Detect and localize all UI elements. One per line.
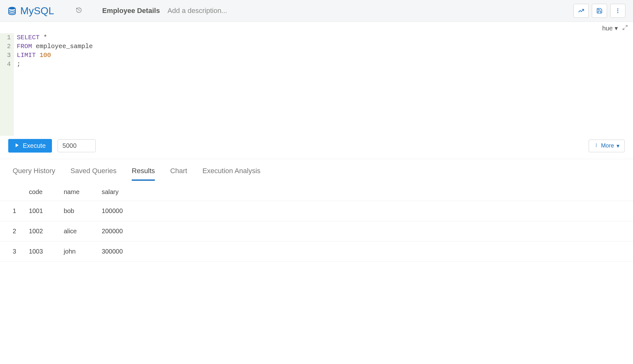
play-icon [15,142,20,149]
table-cell: 1001 [22,201,57,221]
table-cell: john [57,242,95,262]
expand-icon[interactable] [622,25,628,32]
svg-point-8 [596,145,597,146]
table-cell: bob [57,201,95,221]
table-cell: 300000 [95,242,633,262]
column-header[interactable]: name [57,183,95,201]
code-editor[interactable]: 1234 SELECT *FROM employee_sampleLIMIT 1… [0,22,633,136]
table-cell: 1003 [22,242,57,262]
table-cell: 2 [0,221,22,242]
table-row[interactable]: 21002alice200000 [0,221,633,242]
caret-down-icon: ▾ [617,142,619,149]
tab-chart[interactable]: Chart [170,167,187,181]
header-bar: MySQL Employee Details [0,0,633,22]
svg-point-7 [596,144,597,144]
db-name-label: MySQL [20,5,54,17]
limit-input[interactable] [58,139,96,152]
description-input[interactable] [168,7,263,15]
column-header[interactable]: code [22,183,57,201]
svg-marker-6 [16,143,18,147]
svg-point-0 [9,7,16,9]
history-icon[interactable] [76,7,82,15]
code-content[interactable]: SELECT *FROM employee_sampleLIMIT 100; [14,33,93,136]
table-body: 11001bob10000021002alice20000031003john3… [0,201,633,262]
database-icon [8,6,16,15]
result-tabs: Query HistorySaved QueriesResultsChartEx… [0,159,633,181]
controls-bar: Execute More ▾ [0,136,633,159]
editor-mode-label[interactable]: hue ▾ [602,24,628,32]
results-table: codenamesalary 11001bob10000021002alice2… [0,183,633,262]
table-header-row: codenamesalary [0,183,633,201]
line-gutter: 1234 [0,33,14,136]
title-section: Employee Details [102,7,263,15]
execute-button[interactable]: Execute [8,139,52,153]
column-header[interactable]: salary [95,183,633,201]
tab-results[interactable]: Results [132,167,155,181]
table-cell: 1 [0,201,22,221]
svg-point-3 [617,12,618,13]
more-dots-icon [594,142,598,149]
caret-down-icon: ▾ [615,24,618,32]
tab-query-history[interactable]: Query History [13,167,55,181]
svg-line-5 [623,28,624,29]
more-button[interactable]: More ▾ [589,140,625,152]
table-row[interactable]: 31003john300000 [0,242,633,262]
svg-point-9 [596,146,597,147]
table-cell: 200000 [95,221,633,242]
query-title[interactable]: Employee Details [102,7,160,15]
table-row[interactable]: 11001bob100000 [0,201,633,221]
svg-point-1 [617,9,618,9]
logo-section: MySQL [8,5,82,17]
chart-button[interactable] [573,4,589,18]
tab-execution-analysis[interactable]: Execution Analysis [202,167,260,181]
table-cell: alice [57,221,95,242]
svg-point-2 [617,10,618,11]
save-button[interactable] [592,4,607,18]
svg-line-4 [626,25,627,27]
table-cell: 1002 [22,221,57,242]
table-cell: 100000 [95,201,633,221]
editor-area: hue ▾ 1234 SELECT *FROM employee_sampleL… [0,22,633,136]
more-options-button[interactable] [610,4,625,18]
header-actions [573,4,625,18]
tab-saved-queries[interactable]: Saved Queries [70,167,117,181]
column-header[interactable] [0,183,22,201]
table-cell: 3 [0,242,22,262]
